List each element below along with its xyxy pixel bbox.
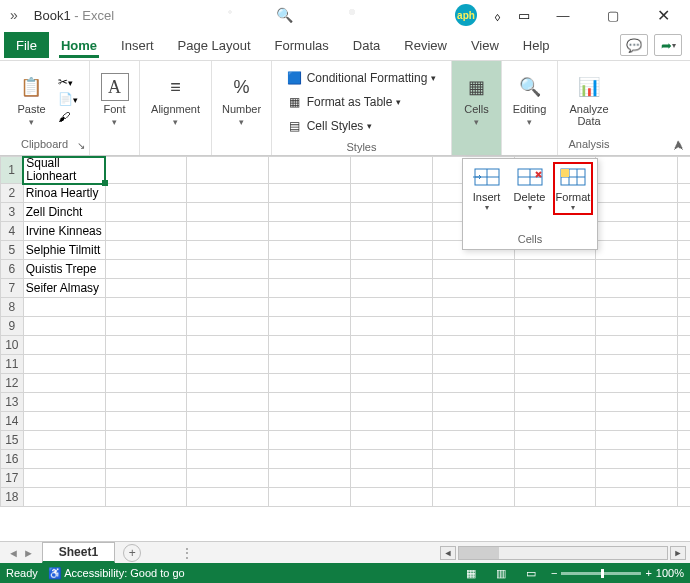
cell[interactable]: Selphie Tilmitt [23,241,105,260]
maximize-button[interactable]: ▢ [596,3,630,27]
status-bar: Ready ♿ Accessibility: Good to go ▦ ▥ ▭ … [0,563,690,583]
accessibility-status[interactable]: ♿ Accessibility: Good to go [48,567,185,580]
new-sheet-button[interactable]: + [123,544,141,562]
tab-review[interactable]: Review [392,30,459,60]
row-header[interactable]: 15 [1,431,24,450]
clipboard-group-label: Clipboard [21,135,68,151]
analyze-icon: 📊 [575,73,603,101]
share-button[interactable]: ➦▾ [654,34,682,56]
ribbon-display-options-icon[interactable]: ▭ [518,8,530,23]
zoom-in-button[interactable]: + [645,567,651,579]
zoom-slider[interactable] [561,572,641,575]
number-group-button[interactable]: % Number ▾ [216,71,267,128]
tab-help[interactable]: Help [511,30,562,60]
scroll-right-button[interactable]: ► [670,546,686,560]
comments-button[interactable]: 💬 [620,34,648,56]
scroll-left-button[interactable]: ◄ [440,546,456,560]
account-badge[interactable]: aph [455,4,477,26]
window-title: Book1 - Excel [34,8,114,23]
row-header[interactable]: 10 [1,336,24,355]
font-icon: A [101,73,129,101]
row-header[interactable]: 9 [1,317,24,336]
cells-dropdown-panel: Insert ▾ Delete ▾ Format ▾ Cells [462,158,598,250]
cell[interactable]: Irvine Kinneas [23,222,105,241]
cell[interactable]: Rinoa Heartly [23,184,105,203]
cell[interactable]: Seifer Almasy [23,279,105,298]
sheet-tab-bar: ◄ ► Sheet1 + ⋮ ◄ ► [0,541,690,563]
row-header[interactable]: 11 [1,355,24,374]
zoom-level[interactable]: 100% [656,567,684,579]
horizontal-scrollbar[interactable]: ◄ ► [440,546,690,560]
zoom-out-button[interactable]: − [551,567,557,579]
tab-home[interactable]: Home [49,30,109,60]
ribbon: 📋 Paste ▾ ✂▾ 📄▾ 🖌 Clipboard ↘ A Font ▾ [0,60,690,156]
row-header[interactable]: 1 [1,157,24,184]
cell[interactable]: Quistis Trepe [23,260,105,279]
conditional-formatting-button[interactable]: 🟦Conditional Formatting▾ [287,67,437,89]
diamond-icon[interactable]: ⬨ [493,7,502,24]
quick-access-overflow-icon[interactable]: » [10,7,18,23]
row-header[interactable]: 12 [1,374,24,393]
close-button[interactable]: ✕ [646,3,680,27]
cells-icon: ▦ [463,73,491,101]
sheet-nav-prev[interactable]: ◄ [8,547,19,559]
tab-formulas[interactable]: Formulas [263,30,341,60]
file-tab[interactable]: File [4,32,49,58]
copy-button[interactable]: 📄▾ [58,92,78,108]
row-header[interactable]: 2 [1,184,24,203]
tab-insert[interactable]: Insert [109,30,166,60]
alignment-group-button[interactable]: ≡ Alignment ▾ [145,71,206,128]
row-header[interactable]: 17 [1,469,24,488]
row-header[interactable]: 18 [1,488,24,507]
collapse-ribbon-icon[interactable]: ⮝ [673,139,684,151]
format-cells-button[interactable]: Format ▾ [553,162,593,215]
insert-cells-button[interactable]: Insert ▾ [467,165,506,215]
row-header[interactable]: 5 [1,241,24,260]
cut-button[interactable]: ✂▾ [58,75,78,91]
row-header[interactable]: 7 [1,279,24,298]
alignment-icon: ≡ [162,73,190,101]
sheet-tab-active[interactable]: Sheet1 [42,542,115,563]
insert-cells-icon [471,165,503,189]
delete-cells-icon [514,165,546,189]
search-icon[interactable]: 🔍 [276,7,293,23]
conditional-formatting-icon: 🟦 [287,71,303,85]
table-icon: ▦ [287,95,303,109]
normal-view-button[interactable]: ▦ [461,565,481,581]
page-layout-view-button[interactable]: ▥ [491,565,511,581]
title-bar: » Book1 - Excel 🔍 aph ⬨ ▭ — ▢ ✕ [0,0,690,30]
paste-button[interactable]: 📋 Paste ▾ [11,71,51,128]
row-header[interactable]: 8 [1,298,24,317]
status-ready: Ready [6,567,38,579]
delete-cells-button[interactable]: Delete ▾ [510,165,549,215]
minimize-button[interactable]: — [546,3,580,27]
analysis-group-label: Analysis [569,135,610,151]
cell-A1[interactable]: SquallLionheart [23,157,105,184]
sheet-nav-next[interactable]: ► [23,547,34,559]
analyze-data-button[interactable]: 📊 Analyze Data [563,71,614,129]
row-header[interactable]: 3 [1,203,24,222]
row-header[interactable]: 16 [1,450,24,469]
tab-view[interactable]: View [459,30,511,60]
percent-icon: % [228,73,256,101]
tab-page-layout[interactable]: Page Layout [166,30,263,60]
styles-group-label: Styles [347,139,377,153]
format-as-table-button[interactable]: ▦Format as Table▾ [287,91,437,113]
clipboard-icon: 📋 [17,73,45,101]
find-icon: 🔍 [516,73,544,101]
cell-styles-button[interactable]: ▤Cell Styles▾ [287,115,437,137]
font-group-button[interactable]: A Font ▾ [95,71,135,128]
row-header[interactable]: 4 [1,222,24,241]
editing-group-button[interactable]: 🔍 Editing ▾ [507,71,553,128]
row-header[interactable]: 6 [1,260,24,279]
row-header[interactable]: 14 [1,412,24,431]
format-painter-button[interactable]: 🖌 [58,110,78,126]
cell[interactable]: Zell Dincht [23,203,105,222]
cells-group-button[interactable]: ▦ Cells ▾ [457,71,497,128]
page-break-view-button[interactable]: ▭ [521,565,541,581]
clipboard-launcher-icon[interactable]: ↘ [77,140,85,151]
cells-panel-group-label: Cells [463,233,597,245]
format-cells-icon [557,165,589,189]
row-header[interactable]: 13 [1,393,24,412]
tab-data[interactable]: Data [341,30,392,60]
